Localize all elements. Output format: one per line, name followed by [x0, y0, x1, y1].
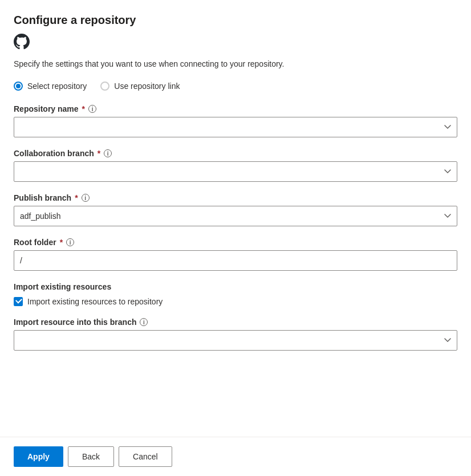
info-icon-root[interactable]: i	[66, 238, 74, 246]
publish-branch-label: Publish branch * i	[14, 193, 457, 202]
import-checkbox-group: Import existing resources to repository	[14, 297, 457, 306]
required-star-root: *	[60, 238, 63, 247]
select-repository-option[interactable]: Select repository	[14, 82, 87, 91]
select-repository-radio[interactable]	[14, 82, 23, 91]
required-star-collab: *	[98, 149, 100, 158]
github-icon	[14, 34, 457, 51]
info-icon-collab[interactable]: i	[104, 149, 112, 157]
collaboration-branch-select[interactable]	[14, 161, 457, 182]
back-button[interactable]: Back	[68, 446, 114, 467]
use-repository-link-label: Use repository link	[114, 82, 180, 91]
repository-name-group: Repository name * i	[14, 104, 457, 137]
import-checkbox-label[interactable]: Import existing resources to repository	[27, 297, 163, 306]
import-section-title: Import existing resources	[14, 282, 457, 291]
root-folder-label: Root folder * i	[14, 238, 457, 247]
import-branch-group: Import resource into this branch i	[14, 318, 457, 351]
description: Specify the settings that you want to us…	[14, 58, 457, 70]
use-repository-link-radio[interactable]	[100, 82, 109, 91]
repository-name-label: Repository name * i	[14, 104, 457, 113]
use-repository-link-option[interactable]: Use repository link	[100, 82, 180, 91]
footer: Apply Back Cancel	[14, 437, 457, 476]
info-icon-import-branch[interactable]: i	[140, 318, 148, 326]
cancel-button[interactable]: Cancel	[119, 446, 172, 467]
collaboration-branch-group: Collaboration branch * i	[14, 149, 457, 182]
info-icon-publish[interactable]: i	[82, 194, 90, 202]
collaboration-branch-label: Collaboration branch * i	[14, 149, 457, 158]
import-checkbox[interactable]	[14, 297, 23, 306]
root-folder-input[interactable]	[14, 250, 457, 271]
radio-group: Select repository Use repository link	[14, 82, 457, 91]
repository-name-select[interactable]	[14, 117, 457, 137]
info-icon-repo[interactable]: i	[88, 105, 96, 113]
content-area: Configure a repository Specify the setti…	[14, 14, 457, 437]
page-title: Configure a repository	[14, 14, 457, 27]
import-branch-label: Import resource into this branch i	[14, 318, 457, 327]
root-folder-group: Root folder * i	[14, 238, 457, 271]
publish-branch-group: Publish branch * i adf_publish	[14, 193, 457, 226]
required-star-publish: *	[75, 193, 78, 202]
page-container: Configure a repository Specify the setti…	[0, 0, 471, 476]
import-section: Import existing resources Import existin…	[14, 282, 457, 306]
publish-branch-select[interactable]: adf_publish	[14, 206, 457, 226]
required-star-repo: *	[82, 104, 85, 113]
import-branch-select[interactable]	[14, 330, 457, 351]
select-repository-label: Select repository	[27, 82, 87, 91]
apply-button[interactable]: Apply	[14, 446, 63, 467]
